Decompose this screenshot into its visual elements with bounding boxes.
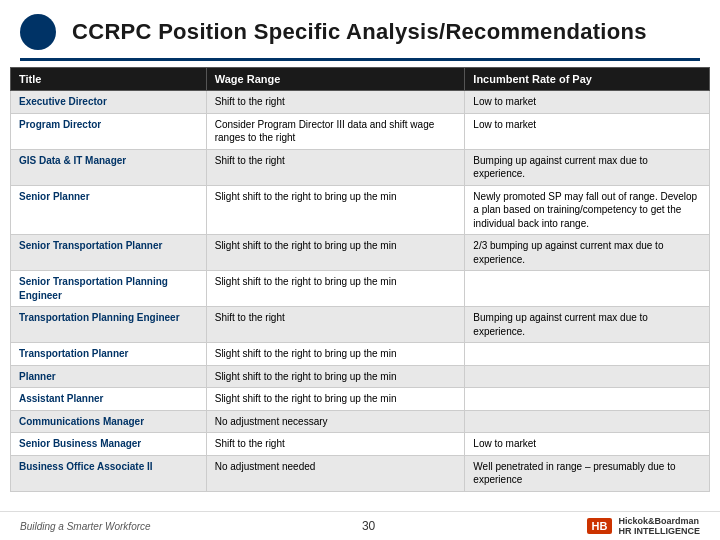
header-underline — [20, 58, 700, 61]
table-header-row: Title Wage Range Incumbent Rate of Pay — [11, 68, 710, 91]
table-row: Transportation Planning EngineerShift to… — [11, 307, 710, 343]
cell-wage-range: Slight shift to the right to bring up th… — [206, 185, 465, 235]
cell-incumbent: Bumping up against current max due to ex… — [465, 307, 710, 343]
table-row: Transportation PlannerSlight shift to th… — [11, 343, 710, 366]
cell-wage-range: Slight shift to the right to bring up th… — [206, 365, 465, 388]
hb-logo: HB — [587, 518, 613, 534]
cell-title: GIS Data & IT Manager — [11, 149, 207, 185]
cell-wage-range: No adjustment needed — [206, 455, 465, 491]
cell-wage-range: Slight shift to the right to bring up th… — [206, 388, 465, 411]
cell-wage-range: Shift to the right — [206, 433, 465, 456]
cell-title: Assistant Planner — [11, 388, 207, 411]
analysis-table: Title Wage Range Incumbent Rate of Pay E… — [10, 67, 710, 492]
cell-incumbent — [465, 410, 710, 433]
cell-wage-range: Shift to the right — [206, 307, 465, 343]
cell-title: Business Office Associate II — [11, 455, 207, 491]
cell-title: Senior Transportation Planner — [11, 235, 207, 271]
col-incumbent: Incumbent Rate of Pay — [465, 68, 710, 91]
cell-title: Transportation Planner — [11, 343, 207, 366]
footer-logo-area: HB Hickok&BoardmanHR INTELLIGENCE — [587, 516, 700, 536]
cell-wage-range: No adjustment necessary — [206, 410, 465, 433]
page-title: CCRPC Position Specific Analysis/Recomme… — [72, 19, 647, 45]
header: CCRPC Position Specific Analysis/Recomme… — [0, 0, 720, 58]
table-row: Senior Transportation Planning EngineerS… — [11, 271, 710, 307]
table-container: Title Wage Range Incumbent Rate of Pay E… — [0, 67, 720, 511]
table-row: Executive DirectorShift to the rightLow … — [11, 91, 710, 114]
cell-wage-range: Consider Program Director III data and s… — [206, 113, 465, 149]
cell-wage-range: Slight shift to the right to bring up th… — [206, 235, 465, 271]
cell-incumbent — [465, 365, 710, 388]
footer: Building a Smarter Workforce 30 HB Hicko… — [0, 511, 720, 540]
cell-title: Transportation Planning Engineer — [11, 307, 207, 343]
cell-title: Planner — [11, 365, 207, 388]
cell-incumbent: Bumping up against current max due to ex… — [465, 149, 710, 185]
cell-wage-range: Slight shift to the right to bring up th… — [206, 343, 465, 366]
cell-incumbent: Low to market — [465, 113, 710, 149]
table-row: Senior Business ManagerShift to the righ… — [11, 433, 710, 456]
table-row: PlannerSlight shift to the right to brin… — [11, 365, 710, 388]
table-row: Program DirectorConsider Program Directo… — [11, 113, 710, 149]
cell-incumbent — [465, 343, 710, 366]
cell-wage-range: Slight shift to the right to bring up th… — [206, 271, 465, 307]
table-row: Senior PlannerSlight shift to the right … — [11, 185, 710, 235]
cell-title: Program Director — [11, 113, 207, 149]
footer-page-number: 30 — [362, 519, 375, 533]
col-wage-range: Wage Range — [206, 68, 465, 91]
table-row: Communications ManagerNo adjustment nece… — [11, 410, 710, 433]
cell-title: Executive Director — [11, 91, 207, 114]
col-title: Title — [11, 68, 207, 91]
cell-incumbent: Newly promoted SP may fall out of range.… — [465, 185, 710, 235]
footer-tagline: Building a Smarter Workforce — [20, 521, 151, 532]
cell-title: Communications Manager — [11, 410, 207, 433]
cell-title: Senior Transportation Planning Engineer — [11, 271, 207, 307]
cell-title: Senior Planner — [11, 185, 207, 235]
table-row: Business Office Associate IINo adjustmen… — [11, 455, 710, 491]
cell-wage-range: Shift to the right — [206, 91, 465, 114]
table-row: Senior Transportation PlannerSlight shif… — [11, 235, 710, 271]
header-icon — [20, 14, 56, 50]
cell-incumbent — [465, 271, 710, 307]
cell-incumbent — [465, 388, 710, 411]
cell-incumbent: 2/3 bumping up against current max due t… — [465, 235, 710, 271]
table-row: Assistant PlannerSlight shift to the rig… — [11, 388, 710, 411]
page: CCRPC Position Specific Analysis/Recomme… — [0, 0, 720, 540]
cell-wage-range: Shift to the right — [206, 149, 465, 185]
cell-incumbent: Well penetrated in range – presumably du… — [465, 455, 710, 491]
company-name: Hickok&BoardmanHR INTELLIGENCE — [618, 516, 700, 536]
cell-title: Senior Business Manager — [11, 433, 207, 456]
cell-incumbent: Low to market — [465, 91, 710, 114]
cell-incumbent: Low to market — [465, 433, 710, 456]
table-row: GIS Data & IT ManagerShift to the rightB… — [11, 149, 710, 185]
